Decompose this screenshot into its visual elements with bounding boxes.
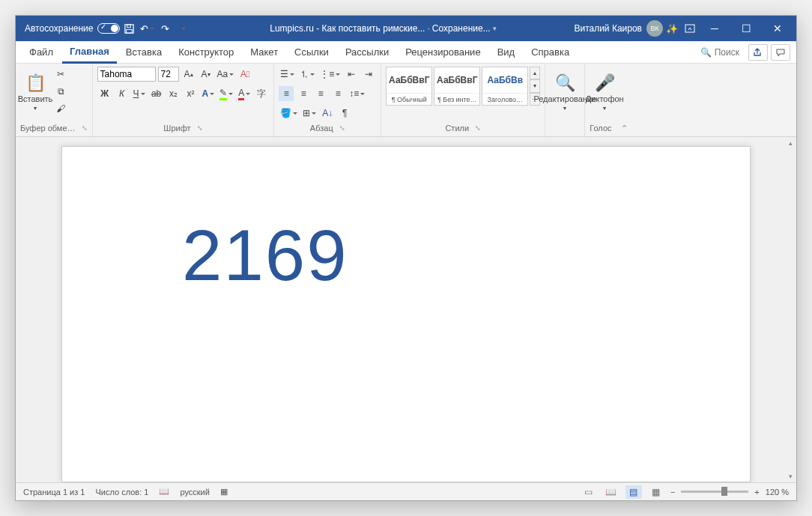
- zoom-out-button[interactable]: −: [670, 488, 675, 497]
- show-marks-button[interactable]: ¶: [337, 106, 352, 121]
- document-text[interactable]: 2169: [182, 214, 630, 297]
- shading-button[interactable]: 🪣: [279, 106, 299, 121]
- change-case-button[interactable]: Aa: [216, 67, 236, 82]
- collapse-ribbon-icon[interactable]: ⌃: [621, 124, 628, 133]
- format-painter-button[interactable]: 🖌: [53, 101, 68, 116]
- qat-customize[interactable]: [174, 19, 192, 37]
- close-button[interactable]: ✕: [762, 16, 793, 41]
- comments-button[interactable]: [771, 44, 790, 61]
- grow-font-button[interactable]: A▴: [181, 67, 196, 82]
- clipboard-label: Буфер обме…: [20, 124, 76, 133]
- style-heading[interactable]: АаБбВвЗаголово…: [482, 67, 528, 106]
- autosave[interactable]: Автосохранение: [25, 23, 120, 34]
- style-nospace[interactable]: АаБбВвГ¶ Без инте…: [434, 67, 480, 106]
- save-icon[interactable]: [120, 19, 138, 37]
- scrollbar[interactable]: ▴ ▾: [784, 137, 796, 482]
- maximize-button[interactable]: ☐: [730, 16, 762, 41]
- macro-icon[interactable]: ▦: [220, 487, 228, 497]
- editing-button[interactable]: 🔍 Редактирование ▾: [550, 67, 580, 118]
- tab-help[interactable]: Справка: [524, 41, 577, 64]
- strike-button[interactable]: ab: [149, 86, 164, 101]
- launcher-icon[interactable]: ⤡: [82, 124, 88, 132]
- user-account[interactable]: Виталий Каиров ВК: [574, 20, 663, 37]
- tab-design[interactable]: Конструктор: [171, 41, 241, 64]
- word-window: Автосохранение ↶ ↷ Lumpics.ru - Как пост…: [15, 15, 797, 501]
- web-view-icon[interactable]: ▦: [648, 485, 664, 499]
- bullets-button[interactable]: ☰: [279, 67, 296, 82]
- doc-name: Lumpics.ru - Как поставить римские...: [270, 23, 425, 34]
- superscript-button[interactable]: x²: [184, 86, 199, 101]
- share-button[interactable]: [748, 44, 768, 61]
- minimize-button[interactable]: ─: [699, 16, 730, 41]
- tab-home[interactable]: Главная: [62, 41, 117, 64]
- scroll-down-icon[interactable]: ▾: [784, 470, 796, 482]
- style-normal[interactable]: АаБбВвГ¶ Обычный: [386, 67, 432, 106]
- justify-button[interactable]: ≡: [330, 86, 345, 101]
- language[interactable]: русский: [180, 488, 209, 497]
- numbering-button[interactable]: ⒈: [298, 67, 316, 82]
- paste-button[interactable]: 📋 Вставить ▾: [20, 67, 50, 118]
- text-effects-button[interactable]: A: [201, 86, 216, 101]
- tab-view[interactable]: Вид: [490, 41, 523, 64]
- paragraph-label: Абзац: [310, 124, 333, 133]
- tab-references[interactable]: Ссылки: [287, 41, 336, 64]
- spell-icon[interactable]: 📖: [159, 487, 169, 497]
- coming-soon-icon[interactable]: ✨: [663, 19, 681, 37]
- tab-review[interactable]: Рецензирование: [398, 41, 488, 64]
- font-color-button[interactable]: A: [237, 86, 252, 101]
- line-spacing-button[interactable]: ↕≡: [348, 86, 366, 101]
- zoom-in-button[interactable]: +: [754, 488, 759, 497]
- borders-button[interactable]: ⊞: [301, 106, 318, 121]
- page[interactable]: 2169: [61, 146, 751, 482]
- launcher-icon[interactable]: ⤡: [339, 124, 345, 132]
- zoom-slider[interactable]: [681, 491, 748, 493]
- undo-button[interactable]: ↶: [138, 19, 156, 37]
- dictate-button[interactable]: 🎤 Диктофон ▾: [590, 67, 619, 118]
- voice-label: Голос: [590, 124, 611, 133]
- autosave-toggle[interactable]: [97, 23, 120, 34]
- search-box[interactable]: 🔍 Поиск: [694, 47, 745, 58]
- outdent-button[interactable]: ⇤: [344, 67, 359, 82]
- highlight-button[interactable]: ✎: [218, 86, 234, 101]
- search-label: Поиск: [715, 47, 739, 58]
- bold-button[interactable]: Ж: [97, 86, 112, 101]
- cut-button[interactable]: ✂: [53, 67, 68, 82]
- scroll-up-icon[interactable]: ▴: [784, 137, 796, 149]
- tab-layout[interactable]: Макет: [243, 41, 285, 64]
- launcher-icon[interactable]: ⤡: [197, 124, 203, 132]
- font-label: Шрифт: [163, 124, 190, 133]
- read-view-icon[interactable]: 📖: [603, 485, 619, 499]
- doc-title: Lumpics.ru - Как поставить римские... · …: [192, 23, 574, 34]
- document-canvas: 2169 ▴ ▾: [16, 137, 796, 482]
- svg-rect-3: [685, 25, 694, 32]
- multilevel-button[interactable]: ⋮≡: [318, 67, 342, 82]
- tab-file[interactable]: Файл: [22, 41, 61, 64]
- subscript-button[interactable]: x₂: [166, 86, 181, 101]
- shrink-font-button[interactable]: A▾: [199, 67, 213, 82]
- group-voice: 🎤 Диктофон ▾ Голос⌃: [585, 64, 631, 136]
- print-view-icon[interactable]: ▤: [625, 485, 642, 499]
- tab-insert[interactable]: Вставка: [118, 41, 169, 64]
- launcher-icon[interactable]: ⤡: [475, 124, 481, 132]
- sort-button[interactable]: A↓: [320, 106, 335, 121]
- copy-button[interactable]: ⧉: [53, 84, 68, 99]
- italic-button[interactable]: К: [115, 86, 130, 101]
- group-editing: 🔍 Редактирование ▾: [545, 64, 585, 136]
- indent-button[interactable]: ⇥: [361, 67, 376, 82]
- clear-format-button[interactable]: A⃠: [237, 67, 252, 82]
- word-count[interactable]: Число слов: 1: [95, 488, 148, 497]
- align-center-button[interactable]: ≡: [296, 86, 311, 101]
- align-left-button[interactable]: ≡: [279, 86, 294, 101]
- underline-button[interactable]: Ч: [132, 86, 147, 101]
- align-right-button[interactable]: ≡: [313, 86, 328, 101]
- find-icon: 🔍: [555, 73, 575, 93]
- ribbon-display-icon[interactable]: [681, 19, 699, 37]
- zoom-value[interactable]: 120 %: [766, 488, 789, 497]
- enclose-button[interactable]: 字: [254, 86, 269, 101]
- tab-mailings[interactable]: Рассылки: [338, 41, 396, 64]
- page-count[interactable]: Страница 1 из 1: [23, 488, 85, 497]
- focus-view-icon[interactable]: ▭: [581, 485, 597, 499]
- font-size-input[interactable]: [158, 67, 179, 82]
- redo-button[interactable]: ↷: [156, 19, 174, 37]
- font-name-input[interactable]: [97, 67, 156, 82]
